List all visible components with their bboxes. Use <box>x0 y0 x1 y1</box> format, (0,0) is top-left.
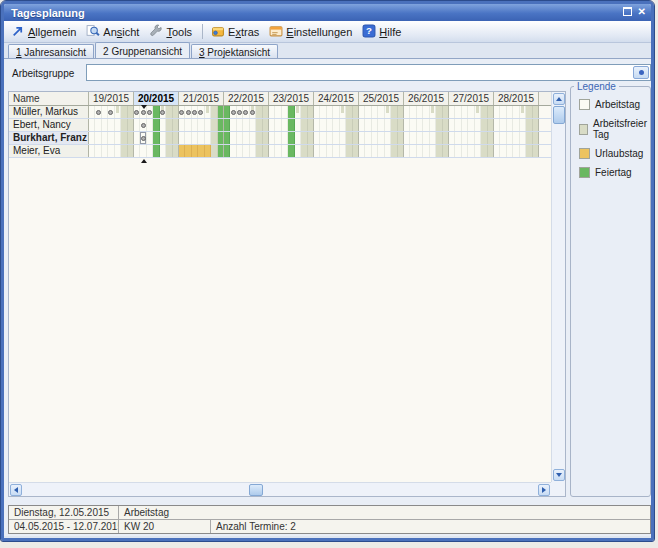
week-28-2015 <box>494 145 539 157</box>
day-cell[interactable] <box>533 145 538 157</box>
day-cell[interactable] <box>263 106 268 118</box>
menu-item-einstellungen[interactable]: Einstellungen <box>266 23 357 41</box>
workgroup-input[interactable] <box>87 65 632 80</box>
legend-item-arbeitsfreier-tag: Arbeitsfreier Tag <box>579 118 650 140</box>
scroll-right-button[interactable] <box>538 484 550 496</box>
title-bar[interactable]: Tagesplanung ✕ <box>4 4 651 21</box>
day-cell[interactable] <box>173 106 178 118</box>
menu-item-allgemein[interactable]: Allgemein <box>8 23 81 41</box>
week-24-2015 <box>314 119 359 131</box>
week-24-2015 <box>314 106 359 118</box>
day-cell[interactable] <box>173 132 178 144</box>
close-icon[interactable]: ✕ <box>638 6 646 17</box>
day-cell[interactable] <box>533 132 538 144</box>
week-header-22-2015: 22/2015 <box>224 92 269 105</box>
day-cell[interactable] <box>308 119 313 131</box>
appointment-dot <box>134 110 139 115</box>
view-icon <box>86 24 100 40</box>
week-23-2015 <box>269 145 314 157</box>
current-day-marker-top <box>141 105 147 109</box>
appointment-dot <box>231 110 236 115</box>
day-cell[interactable] <box>353 119 358 131</box>
day-cell[interactable] <box>308 145 313 157</box>
menu-item-ansicht[interactable]: Ansicht <box>83 23 144 41</box>
week-header-24-2015: 24/2015 <box>314 92 359 105</box>
employee-name-m-ller-markus[interactable]: Müller, Markus <box>9 106 89 118</box>
day-cell[interactable] <box>398 145 403 157</box>
arrow-down-icon <box>556 473 562 477</box>
day-cell[interactable] <box>128 106 133 118</box>
combobox-dropdown-button[interactable] <box>633 66 649 79</box>
week-23-2015 <box>269 106 314 118</box>
week-22-2015 <box>224 106 269 118</box>
header-filler <box>539 92 551 105</box>
day-cell[interactable] <box>308 132 313 144</box>
appointment-dot <box>198 110 203 115</box>
week-27-2015 <box>449 145 494 157</box>
legend-label: Arbeitstag <box>595 99 640 110</box>
help-icon: ? <box>362 24 376 40</box>
horizontal-scroll-thumb[interactable] <box>249 484 263 496</box>
day-cell[interactable] <box>488 119 493 131</box>
menu-item-label: Einstellungen <box>286 26 352 38</box>
day-cell[interactable] <box>263 119 268 131</box>
half-day-marker <box>341 106 344 113</box>
week-21-2015 <box>179 106 224 118</box>
employee-name-ebert-nancy[interactable]: Ebert, Nancy <box>9 119 89 131</box>
menu-item-extras[interactable]: Extras <box>208 23 264 41</box>
day-cell[interactable] <box>533 119 538 131</box>
employee-name-meier-eva[interactable]: Meier, Eva <box>9 145 89 157</box>
legend-label: Feiertag <box>595 167 632 178</box>
day-cell[interactable] <box>263 132 268 144</box>
vertical-scroll-thumb[interactable] <box>553 106 565 124</box>
day-cell[interactable] <box>128 119 133 131</box>
day-cell[interactable] <box>353 106 358 118</box>
week-19-2015 <box>89 106 134 118</box>
day-cell[interactable] <box>443 106 448 118</box>
day-cell[interactable] <box>353 132 358 144</box>
day-cell[interactable] <box>443 132 448 144</box>
restore-icon[interactable] <box>623 7 632 16</box>
day-cell[interactable] <box>398 119 403 131</box>
menu-item-tools[interactable]: Tools <box>146 23 197 41</box>
day-cell[interactable] <box>173 145 178 157</box>
employee-name-burkhart-franz[interactable]: Burkhart, Franz <box>9 132 89 144</box>
day-cell[interactable] <box>128 145 133 157</box>
day-cell[interactable] <box>353 145 358 157</box>
status-row: 04.05.2015 - 12.07.2015KW 20Anzahl Termi… <box>9 520 650 533</box>
day-cell[interactable] <box>488 145 493 157</box>
tab-2-gruppenansicht[interactable]: 2 Gruppenansicht <box>95 42 190 58</box>
day-cell[interactable] <box>488 106 493 118</box>
day-cell[interactable] <box>443 145 448 157</box>
appointment-dot <box>250 110 255 115</box>
day-cell[interactable] <box>218 106 223 118</box>
day-cell[interactable] <box>488 132 493 144</box>
scroll-left-button[interactable] <box>10 484 22 496</box>
tab-1-jahresansicht[interactable]: 1 Jahresansicht <box>8 44 94 58</box>
grid-col-header-name: Name <box>9 92 89 105</box>
day-cell[interactable] <box>398 132 403 144</box>
status-cell: KW 20 <box>119 520 211 533</box>
day-cell[interactable] <box>263 145 268 157</box>
arrow-left-icon <box>14 487 18 493</box>
appointment-dot <box>186 110 191 115</box>
menu-item-hilfe[interactable]: ?Hilfe <box>359 23 406 41</box>
day-cell[interactable] <box>218 119 223 131</box>
day-cell[interactable] <box>218 145 223 157</box>
day-cell[interactable] <box>533 106 538 118</box>
scroll-up-button[interactable] <box>553 93 565 105</box>
tab-3-projektansicht[interactable]: 3 Projektansicht <box>191 44 278 58</box>
day-cell[interactable] <box>173 119 178 131</box>
week-26-2015 <box>404 119 449 131</box>
workgroup-combobox[interactable] <box>86 64 651 81</box>
week-header-26-2015: 26/2015 <box>404 92 449 105</box>
scroll-down-button[interactable] <box>553 469 565 481</box>
appointment-dot <box>108 110 113 115</box>
day-cell[interactable] <box>128 132 133 144</box>
day-cell[interactable] <box>308 106 313 118</box>
week-header-25-2015: 25/2015 <box>359 92 404 105</box>
day-cell[interactable] <box>443 119 448 131</box>
schedule-grid: Name19/201520/201521/201522/201523/20152… <box>8 91 566 497</box>
day-cell[interactable] <box>398 106 403 118</box>
day-cell[interactable] <box>218 132 223 144</box>
